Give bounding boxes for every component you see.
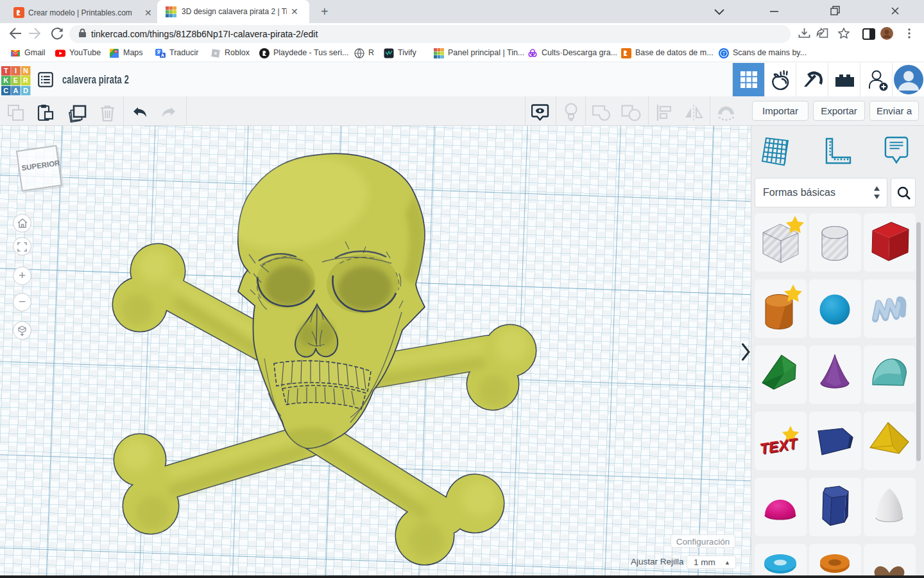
svg-text:C: C — [3, 87, 8, 94]
svg-text:R: R — [23, 76, 28, 84]
svg-text:I: I — [15, 67, 17, 74]
svg-text:T: T — [4, 67, 8, 74]
svg-text:D: D — [23, 87, 28, 94]
svg-text:K: K — [3, 76, 8, 84]
svg-text:N: N — [23, 67, 28, 74]
svg-text:E: E — [13, 76, 18, 84]
svg-text:TEXT: TEXT — [760, 435, 798, 457]
svg-text:A: A — [13, 87, 19, 94]
svg-text:T: T — [723, 51, 726, 57]
